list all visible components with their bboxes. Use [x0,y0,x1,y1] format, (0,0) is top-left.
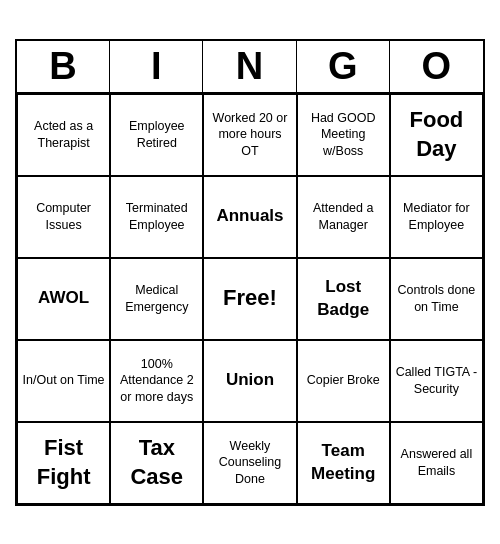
bingo-cell-15[interactable]: In/Out on Time [17,340,110,422]
bingo-cell-10[interactable]: AWOL [17,258,110,340]
bingo-cell-23[interactable]: Team Meeting [297,422,390,504]
bingo-cell-22[interactable]: Weekly Counseling Done [203,422,296,504]
bingo-cell-17[interactable]: Union [203,340,296,422]
bingo-cell-14[interactable]: Controls done on Time [390,258,483,340]
letter-b: B [17,41,110,92]
letter-o: O [390,41,483,92]
bingo-cell-24[interactable]: Answered all Emails [390,422,483,504]
letter-n: N [203,41,296,92]
letter-i: I [110,41,203,92]
bingo-header: B I N G O [17,41,483,94]
bingo-cell-2[interactable]: Worked 20 or more hours OT [203,94,296,176]
bingo-cell-0[interactable]: Acted as a Therapist [17,94,110,176]
bingo-grid: Acted as a TherapistEmployee RetiredWork… [17,94,483,504]
bingo-cell-4[interactable]: Food Day [390,94,483,176]
bingo-cell-8[interactable]: Attended a Manager [297,176,390,258]
bingo-cell-1[interactable]: Employee Retired [110,94,203,176]
bingo-cell-7[interactable]: Annuals [203,176,296,258]
bingo-cell-3[interactable]: Had GOOD Meeting w/Boss [297,94,390,176]
bingo-cell-19[interactable]: Called TIGTA - Security [390,340,483,422]
bingo-cell-18[interactable]: Copier Broke [297,340,390,422]
letter-g: G [297,41,390,92]
bingo-cell-6[interactable]: Terminated Employee [110,176,203,258]
bingo-card: B I N G O Acted as a TherapistEmployee R… [15,39,485,506]
bingo-cell-20[interactable]: Fist Fight [17,422,110,504]
bingo-cell-21[interactable]: Tax Case [110,422,203,504]
bingo-cell-9[interactable]: Mediator for Employee [390,176,483,258]
bingo-cell-12[interactable]: Free! [203,258,296,340]
bingo-cell-13[interactable]: Lost Badge [297,258,390,340]
bingo-cell-11[interactable]: Medical Emergency [110,258,203,340]
bingo-cell-16[interactable]: 100% Attendance 2 or more days [110,340,203,422]
bingo-cell-5[interactable]: Computer Issues [17,176,110,258]
